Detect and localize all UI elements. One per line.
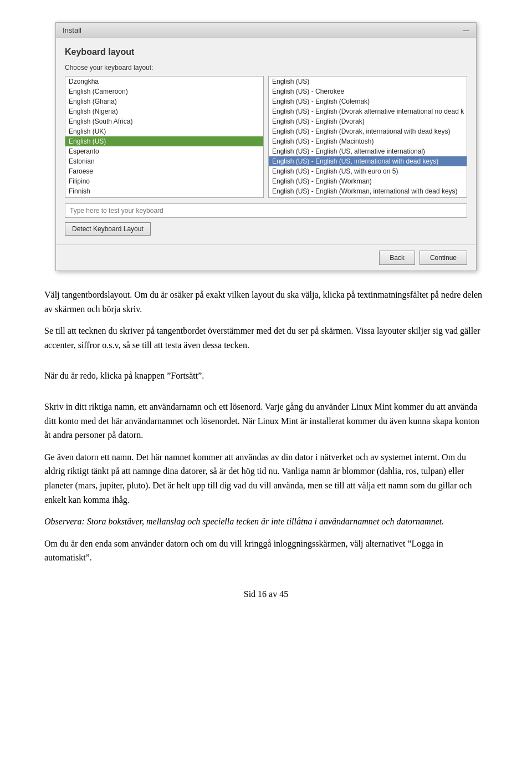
window-footer: Back Continue [56,244,476,271]
list-item[interactable]: English (US) - English (Macintosh) [269,136,467,146]
list-item[interactable]: Dzongkha [65,77,263,86]
paragraph-6-italic: Observera: Stora bokstäver, mellanslag o… [44,514,488,529]
list-item[interactable]: Faroese [65,166,263,176]
keyboard-lists: DzongkhaEnglish (Cameroon)English (Ghana… [65,76,467,198]
right-layout-list[interactable]: English (US)English (US) - CherokeeEngli… [268,76,467,198]
list-item[interactable]: English (US) - English (US, internationa… [269,156,467,166]
list-item[interactable]: English (US) - English (US, with euro on… [269,166,467,176]
paragraph-7: Om du är den enda som använder datorn oc… [44,537,488,565]
list-item[interactable]: Esperanto [65,146,263,156]
list-item[interactable]: English (UK) [65,126,263,136]
paragraph-2: Se till att tecknen du skriver på tangen… [44,324,488,352]
window-titlebar: Install — [56,23,476,38]
section-header: Keyboard layout [65,47,467,57]
list-item[interactable]: English (US) - English (classic Dvorak) [269,196,467,198]
list-item[interactable]: English (US) [65,136,263,146]
choose-label: Choose your keyboard layout: [65,64,467,72]
list-item[interactable]: English (US) - English (Dvorak alternati… [269,106,467,116]
body-text: Välj tangentbordslayout. Om du är osäker… [0,282,532,578]
list-item[interactable]: English (US) - English (Dvorak) [269,116,467,126]
window-minimize[interactable]: — [463,27,469,34]
paragraph-1: Välj tangentbordslayout. Om du är osäker… [44,288,488,316]
detect-keyboard-button[interactable]: Detect Keyboard Layout [65,222,151,236]
paragraph-4: Skriv in ditt riktiga namn, ett användar… [44,400,488,442]
list-item[interactable]: English (Ghana) [65,96,263,106]
back-button[interactable]: Back [379,251,415,265]
list-item[interactable]: English (US) - English (Colemak) [269,96,467,106]
list-item[interactable]: Estonian [65,156,263,166]
list-item[interactable]: English (South Africa) [65,116,263,126]
window-title: Install [63,26,81,34]
list-item[interactable]: Finnish [65,186,263,196]
paragraph-3: När du är redo, klicka på knappen ”Forts… [44,369,488,383]
list-item[interactable]: English (US) - English (US, alternative … [269,146,467,156]
list-item[interactable]: Filipino [65,176,263,186]
list-item[interactable]: English (US) - English (Dvorak, internat… [269,126,467,136]
page-number: Sid 16 av 45 [0,578,532,605]
list-item[interactable]: English (US) - English (Workman, interna… [269,186,467,196]
window-body: Keyboard layout Choose your keyboard lay… [56,38,476,244]
list-item[interactable]: French [65,196,263,198]
install-window: Install — Keyboard layout Choose your ke… [55,22,477,271]
list-item[interactable]: English (US) - Cherokee [269,86,467,96]
list-item[interactable]: English (US) - English (Workman) [269,176,467,186]
keyboard-test-input[interactable] [65,203,467,218]
list-item[interactable]: English (Nigeria) [65,106,263,116]
list-item[interactable]: English (Cameroon) [65,86,263,96]
paragraph-5: Ge även datorn ett namn. Det här namnet … [44,450,488,507]
list-item[interactable]: English (US) [269,77,467,86]
left-language-list[interactable]: DzongkhaEnglish (Cameroon)English (Ghana… [65,76,264,198]
continue-button[interactable]: Continue [420,251,467,265]
